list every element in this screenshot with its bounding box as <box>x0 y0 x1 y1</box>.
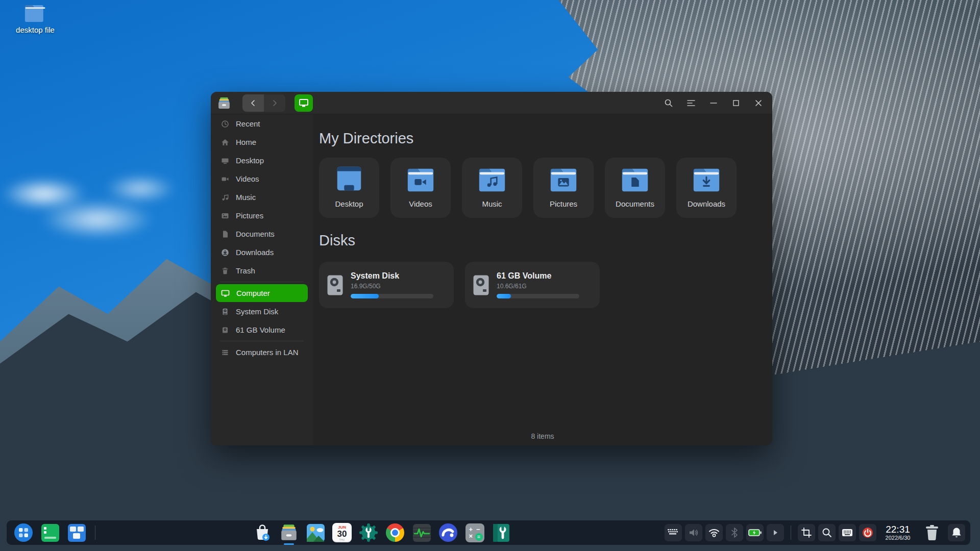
sidebar-item-system-disk[interactable]: System Disk <box>216 303 308 320</box>
sidebar-item-documents[interactable]: Documents <box>216 225 308 243</box>
browser-icon <box>438 523 458 542</box>
disks-row: System Disk 16.9G/50G 61 GB Volume <box>319 262 762 308</box>
app-store-button[interactable] <box>252 522 273 543</box>
sidebar-item-label: Videos <box>236 174 259 183</box>
disk-card-61gb-volume[interactable]: 61 GB Volume 10.6G/61G <box>465 262 600 308</box>
directory-card-pictures[interactable]: Pictures <box>533 158 594 218</box>
disk-usage: 10.6G/61G <box>497 283 592 290</box>
disk-card-system-disk[interactable]: System Disk 16.9G/50G <box>319 262 454 308</box>
clouds <box>0 153 194 255</box>
bell-icon <box>951 527 962 538</box>
status-bar-item-count: 8 items <box>313 432 772 440</box>
main-content: My Directories Desktop <box>313 114 772 445</box>
sidebar-item-61gb-volume[interactable]: 61 GB Volume <box>216 321 308 339</box>
search-button[interactable] <box>661 95 676 111</box>
navigation-buttons <box>242 94 285 112</box>
clock-widget[interactable]: 22:31 2022/6/30 <box>880 524 916 541</box>
chrome-button[interactable] <box>385 522 405 543</box>
bluetooth-tray-button[interactable] <box>726 524 743 541</box>
directory-card-music[interactable]: Music <box>462 158 522 218</box>
sidebar-item-label: Computers in LAN <box>236 348 299 357</box>
battery-tray-button[interactable] <box>746 524 764 541</box>
keyboard-icon <box>668 529 679 536</box>
maximize-button[interactable] <box>728 95 744 111</box>
disk-name: System Disk <box>351 271 446 281</box>
launcher-button[interactable] <box>13 522 34 543</box>
system-monitor-button[interactable] <box>411 522 432 543</box>
minimize-button[interactable] <box>706 95 721 111</box>
sidebar-item-label: Computer <box>236 289 270 297</box>
disk-usage-bar <box>351 294 433 298</box>
disks-section-title: Disks <box>319 231 762 250</box>
disk-usage-bar <box>497 294 579 298</box>
onboard-keyboard-button[interactable] <box>839 524 856 541</box>
clock-icon <box>221 120 229 128</box>
multitasking-view-button[interactable] <box>66 522 87 543</box>
sidebar-item-label: Home <box>236 138 256 146</box>
disk-name: 61 GB Volume <box>497 271 592 281</box>
expand-arrow-icon <box>773 530 778 536</box>
calculator-button[interactable]: +− × = <box>464 522 485 543</box>
calendar-icon: JUN 30 THU <box>332 523 352 542</box>
window-titlebar <box>211 92 772 114</box>
tray-expand-button[interactable] <box>767 524 784 541</box>
sidebar-item-desktop[interactable]: Desktop <box>216 152 308 169</box>
notification-center-button[interactable] <box>948 524 965 541</box>
browser-button[interactable] <box>438 522 458 543</box>
sidebar-item-computers-in-lan[interactable]: Computers in LAN <box>216 343 308 361</box>
file-manager-dock-button[interactable] <box>279 522 299 543</box>
desktop-file-label: desktop file <box>11 26 59 34</box>
file-manager-window: Recent Home Desktop Videos Music Picture… <box>211 92 772 445</box>
toolbox-wrench-icon <box>493 523 510 542</box>
directories-grid: Desktop Videos <box>319 158 762 218</box>
control-center-button[interactable] <box>358 522 379 543</box>
shutdown-button[interactable] <box>859 524 876 541</box>
grand-search-button[interactable] <box>818 524 836 541</box>
sidebar-item-label: Recent <box>236 119 260 128</box>
file-manager-icon <box>217 96 231 110</box>
forward-button[interactable] <box>264 94 285 112</box>
image-viewer-button[interactable] <box>305 522 326 543</box>
sidebar-item-pictures[interactable]: Pictures <box>216 207 308 224</box>
wifi-icon <box>708 528 720 537</box>
sidebar-item-music[interactable]: Music <box>216 188 308 206</box>
hard-disk-icon <box>327 275 343 295</box>
toolbox-button[interactable] <box>491 522 511 543</box>
back-button[interactable] <box>242 94 264 112</box>
onboard-keyboard-icon <box>842 528 853 537</box>
sidebar: Recent Home Desktop Videos Music Picture… <box>211 114 313 445</box>
sidebar-separator <box>220 282 304 282</box>
volume-disk-icon <box>221 326 229 334</box>
sidebar-separator <box>220 341 304 341</box>
directory-label: Downloads <box>676 199 737 209</box>
sidebar-item-computer[interactable]: Computer <box>216 284 308 302</box>
sidebar-item-home[interactable]: Home <box>216 133 308 151</box>
desktop-file-shortcut[interactable]: desktop file <box>11 3 59 34</box>
directory-card-downloads[interactable]: Downloads <box>676 158 737 218</box>
directory-card-documents[interactable]: Documents <box>605 158 665 218</box>
menu-button[interactable] <box>683 95 699 111</box>
screenshot-tray-button[interactable] <box>798 524 815 541</box>
downloads-folder-icon <box>691 166 722 192</box>
trash-dock-button[interactable] <box>921 522 943 543</box>
desktop-icon <box>221 157 229 165</box>
app-store-icon <box>253 523 272 542</box>
wifi-tray-button[interactable] <box>705 524 723 541</box>
sound-tray-button[interactable] <box>685 524 702 541</box>
sidebar-item-downloads[interactable]: Downloads <box>216 243 308 261</box>
computer-view-button[interactable] <box>295 94 313 112</box>
system-disk-icon <box>221 308 229 316</box>
keyboard-layout-tray-button[interactable] <box>665 524 682 541</box>
battery-icon <box>748 529 762 537</box>
sidebar-item-recent[interactable]: Recent <box>216 115 308 133</box>
directory-card-desktop[interactable]: Desktop <box>319 158 379 218</box>
sidebar-item-trash[interactable]: Trash <box>216 262 308 280</box>
sidebar-item-videos[interactable]: Videos <box>216 170 308 188</box>
launchpad-button[interactable] <box>40 522 60 543</box>
desktop-folder-icon <box>333 166 365 192</box>
directory-card-videos[interactable]: Videos <box>390 158 451 218</box>
speaker-muted-icon <box>689 528 699 537</box>
close-button[interactable] <box>751 95 766 111</box>
search-icon <box>664 98 673 108</box>
calendar-button[interactable]: JUN 30 THU <box>332 522 352 543</box>
